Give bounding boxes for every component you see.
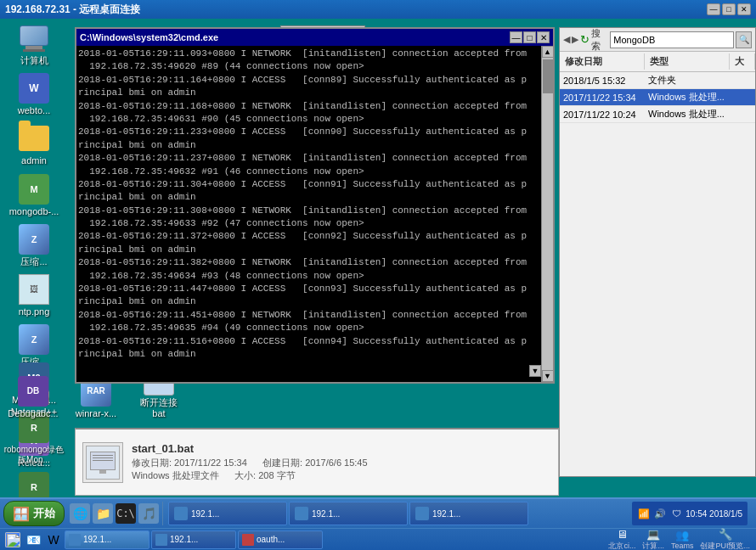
ql-icon-folder[interactable]: 📁: [93, 503, 113, 524]
title-bar: 192.168.72.31 - 远程桌面连接 — □ ✕: [0, 0, 756, 19]
start-button[interactable]: 🪟 开始: [3, 501, 65, 526]
taskbar-bottom-tray: 🖥 北京ci... 💻 计算... 👥 Teams 🔧 创建PUI预览...: [606, 527, 753, 551]
tray-beijing-item[interactable]: 🖥 北京ci...: [606, 527, 638, 551]
tb-oauth-icon: [242, 534, 254, 546]
taskbar-item-192-b2[interactable]: 192.1...: [151, 530, 236, 549]
tb-b1-label: 192.1...: [83, 535, 111, 544]
taskbar-item-192-3-icon: [415, 507, 429, 520]
tray-computer-item[interactable]: 💻 计算...: [640, 527, 667, 551]
taskbar-item-192-2-label: 192.1...: [312, 509, 340, 519]
file-row-2-date: 2017/11/22 15:34: [563, 93, 648, 103]
desktop-icon-robomongo1[interactable]: R robomongo绿色版Mon...: [3, 412, 65, 465]
tb-icon-outlook[interactable]: 📧: [24, 530, 42, 549]
minimize-button[interactable]: —: [707, 3, 720, 15]
ql-icon-ie[interactable]: 🌐: [70, 503, 90, 524]
tray-computer-label: 计算...: [642, 541, 664, 551]
taskbar-item-oauth[interactable]: oauth...: [238, 530, 323, 549]
desktop-icon-mongodb-label: mongodb-...: [9, 206, 59, 217]
tb-b1-icon: [69, 534, 81, 546]
tray-beijing-label: 北京ci...: [608, 541, 635, 551]
file-detail-mod-date: 修改日期: 2017/11/22 15:34 创建日期: 2017/6/6 15…: [132, 457, 551, 469]
desktop-icon-webtop-label: webto...: [18, 105, 51, 116]
cmd-control-buttons: — □ ✕: [510, 31, 550, 43]
tray-computer-icon: 💻: [646, 528, 660, 541]
cmd-minimize-button[interactable]: —: [510, 31, 522, 43]
taskbar-item-192-3[interactable]: 192.1...: [409, 502, 528, 525]
maximize-button[interactable]: □: [722, 3, 736, 15]
col-header-size[interactable]: 大: [730, 53, 755, 70]
cmd-maximize-button[interactable]: □: [523, 31, 536, 43]
file-row-2[interactable]: 2017/11/22 15:34 Windows 批处理...: [560, 89, 755, 106]
tray-icon-security[interactable]: 🛡: [669, 507, 683, 520]
desktop-icon-compress2[interactable]: Z 压缩...: [3, 324, 65, 368]
file-row-1-type: 文件夹: [648, 74, 726, 87]
tray-beijing-icon: 🖥: [617, 528, 628, 541]
desktop-icon-ntp[interactable]: 🖼 ntp.png: [3, 274, 65, 317]
col-header-date[interactable]: 修改日期: [560, 53, 645, 70]
file-detail-panel: start_01.bat 修改日期: 2017/11/22 15:34 创建日期…: [75, 428, 559, 496]
file-table-header: 修改日期 类型 大: [560, 52, 755, 72]
taskbar-item-192-1-icon: [174, 507, 188, 520]
taskbar-top-row: 🪟 开始 🌐 📁 C:\ 🎵 192.1... 192.1... 192.1..…: [0, 499, 756, 528]
file-detail-icon: [82, 442, 123, 483]
file-row-3-type: Windows 批处理...: [648, 108, 726, 121]
desktop-icon-debugabc[interactable]: DB Debugabc...: [3, 376, 63, 419]
taskbar-item-192-b1[interactable]: 192.1...: [65, 530, 150, 549]
tray-teams-item[interactable]: 👥 Teams: [669, 528, 697, 550]
file-table-rows: 2018/1/5 15:32 文件夹 2017/11/22 15:34 Wind…: [560, 72, 755, 476]
taskbar: 🪟 开始 🌐 📁 C:\ 🎵 192.1... 192.1... 192.1..…: [0, 497, 756, 550]
file-detail-info: start_01.bat 修改日期: 2017/11/22 15:34 创建日期…: [132, 442, 551, 482]
go-back-icon: ◀: [563, 34, 570, 45]
tray-icon-network[interactable]: 📶: [637, 507, 651, 520]
desktop-icon-mongodb[interactable]: M mongodb-...: [3, 174, 65, 217]
taskbar-items: 192.1... 192.1... 192.1...: [165, 502, 625, 525]
close-button[interactable]: ✕: [737, 3, 751, 15]
tray-create-pui-label: 创建PUI预览...: [700, 541, 750, 551]
cmd-window[interactable]: C:\Windows\system32\cmd.exe — □ ✕ 2018-0…: [75, 27, 555, 384]
desktop-icon-winrar-label: winrar-x...: [76, 408, 116, 419]
quick-launch-bar: 🌐 📁 C:\ 🎵: [66, 502, 163, 525]
cmd-close-button[interactable]: ✕: [537, 31, 550, 43]
desktop-icon-computer[interactable]: 计算机: [3, 23, 65, 66]
taskbar-item-192-1[interactable]: 192.1...: [168, 502, 287, 525]
taskbar-item-192-2[interactable]: 192.1...: [289, 502, 408, 525]
desktop-icon-webtop[interactable]: W webto...: [3, 73, 65, 116]
search-label: 搜索: [591, 27, 608, 53]
search-input[interactable]: [610, 31, 734, 48]
desktop-icon-admin[interactable]: admin: [3, 123, 65, 166]
tray-create-pui-item[interactable]: 🔧 创建PUI预览...: [697, 527, 753, 551]
go-forward-icon: ▶: [572, 34, 578, 45]
file-explorer-toolbar: ◀ ▶ ↻ 搜索 🔍: [560, 28, 755, 52]
taskbar-bottom-row: 📧 W 192.1... 192.1... oauth... 🖥 北京ci...…: [0, 528, 756, 550]
cmd-scroll-up-button[interactable]: ▲: [542, 46, 554, 58]
desktop-icon-compress1[interactable]: Z 压缩...: [3, 224, 65, 267]
file-row-2-type: Windows 批处理...: [648, 91, 726, 104]
file-detail-name: start_01.bat: [132, 442, 551, 455]
tb-icon-ie[interactable]: [3, 530, 22, 549]
desktop-icon-disconnect-label: 断开连接bat: [140, 397, 178, 419]
cmd-content-area: 2018-01-05T16:29:11.093+0800 I NETWORK […: [76, 46, 553, 382]
desktop-icon-compress1-label: 压缩...: [20, 256, 47, 267]
tray-icon-volume[interactable]: 🔊: [653, 507, 667, 520]
tb-icon-word[interactable]: W: [44, 530, 63, 549]
cmd-scrollbar[interactable]: ▲ ▼: [541, 46, 553, 382]
file-row-1[interactable]: 2018/1/5 15:32 文件夹: [560, 72, 755, 89]
cmd-title-bar: C:\Windows\system32\cmd.exe — □ ✕: [76, 29, 553, 46]
start-label: 开始: [33, 506, 55, 521]
file-row-1-date: 2018/1/5 15:32: [563, 76, 648, 86]
ql-icon-media[interactable]: 🎵: [138, 503, 159, 524]
cmd-text-output: 2018-01-05T16:29:11.093+0800 I NETWORK […: [78, 48, 551, 361]
cmd-title-text: C:\Windows\system32\cmd.exe: [80, 32, 218, 42]
tb-b2-icon: [155, 534, 167, 546]
file-row-3[interactable]: 2017/11/22 10:24 Windows 批处理...: [560, 106, 755, 123]
cmd-scroll-down-button[interactable]: ▼: [542, 370, 554, 382]
desktop-icon-computer-label: 计算机: [20, 55, 48, 66]
col-header-type[interactable]: 类型: [645, 53, 730, 70]
search-button[interactable]: 🔍: [736, 31, 752, 48]
cmd-bottom-scroll[interactable]: ▼: [529, 365, 541, 377]
tray-teams-icon: 👥: [675, 529, 689, 542]
ql-icon-cmd[interactable]: C:\: [116, 503, 136, 524]
cmd-scroll-thumb[interactable]: [543, 59, 553, 93]
refresh-icon[interactable]: ↻: [580, 33, 590, 46]
desktop-icon-debugabc-label: Debugabc...: [8, 408, 58, 419]
